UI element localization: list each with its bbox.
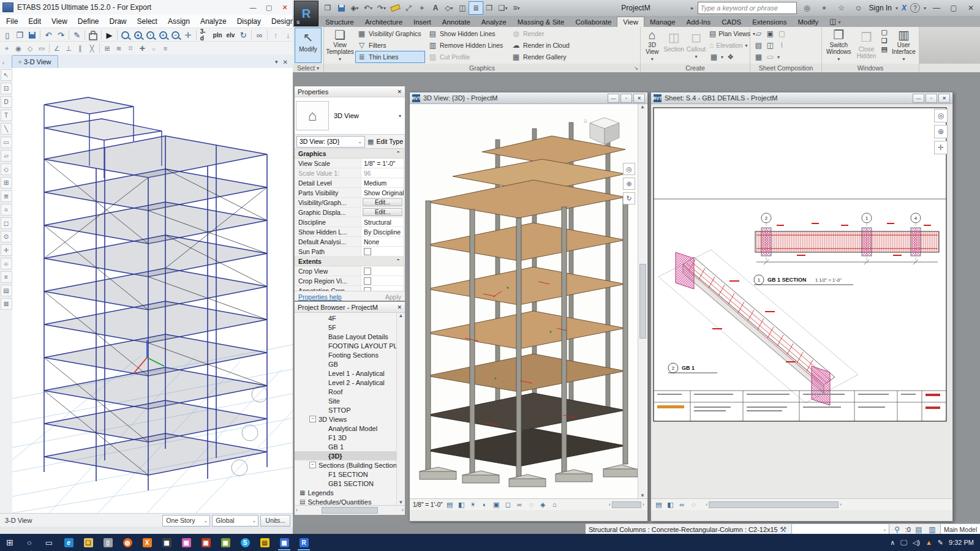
draw-dimension-icon[interactable]: ⌯ <box>1 258 12 269</box>
tile-views-icon[interactable]: ❏ <box>880 37 888 45</box>
cascade-icon[interactable]: ▤ <box>880 45 888 53</box>
create-panel-label[interactable]: Create <box>641 64 750 72</box>
browser-item[interactable]: F1 3D <box>295 433 396 442</box>
browser-node-sections[interactable]: −Sections (Building Section) <box>295 460 396 470</box>
tab-cads[interactable]: CADS <box>716 17 747 27</box>
qat-open-icon[interactable]: ❐ <box>321 2 334 14</box>
draw-ref-icon[interactable]: ≡ <box>1 271 12 283</box>
qat-sync-icon[interactable]: ◈▾ <box>348 2 361 14</box>
qat-undo-icon[interactable]: ↶▾ <box>361 2 375 14</box>
browser-item[interactable]: GB <box>295 359 396 369</box>
revisions-button[interactable]: ▤◫⌇ <box>753 40 788 51</box>
lock-model-icon[interactable] <box>87 29 99 41</box>
menu-design[interactable]: Design <box>271 17 294 26</box>
favorites-star-icon[interactable]: ☆ <box>835 2 848 14</box>
open-file-icon[interactable]: ❐ <box>13 29 25 41</box>
draw-floor-icon[interactable]: ⊞ <box>1 177 12 189</box>
zoom-out-icon[interactable]: − <box>170 29 181 41</box>
task-view-button[interactable]: ▭ <box>41 534 57 550</box>
taskbar-revit-icon[interactable]: R <box>296 534 312 550</box>
taskbar-app-green-icon[interactable]: ▣ <box>217 534 233 550</box>
remove-hidden-lines-button[interactable]: ▥Remove Hidden Lines <box>427 40 508 51</box>
view-selector-combo[interactable]: 3D View: {3D}⌄ <box>296 136 365 148</box>
render-gallery-button[interactable]: ▦Render Gallery <box>510 51 582 62</box>
browser-node-schedules[interactable]: ▤Schedules/Quantities <box>295 497 396 505</box>
tab-architecture[interactable]: Architecture <box>360 17 408 27</box>
temporary-hide-icon[interactable]: ∞ <box>515 500 524 509</box>
browser-item[interactable]: Roof <box>295 387 396 396</box>
crop-view-checkbox[interactable] <box>364 268 371 275</box>
snap-grid-icon[interactable]: ⌖ <box>1 43 12 54</box>
title-block-icon[interactable]: ▢ <box>777 29 786 38</box>
search-input[interactable] <box>698 2 797 14</box>
axes-toggle-icon[interactable]: ≋ <box>113 43 124 54</box>
snap-mid-icon[interactable]: ▭ <box>36 43 47 54</box>
zoom-all-icon[interactable]: ● <box>132 29 144 41</box>
menu-define[interactable]: Define <box>78 17 99 26</box>
crop-region-checkbox[interactable] <box>364 277 371 285</box>
tab-add-ins[interactable]: Add-Ins <box>681 17 717 27</box>
tab-extensions[interactable]: Extensions <box>747 17 792 27</box>
viewport-icon[interactable]: ▭ <box>766 53 775 61</box>
taskbar-file-explorer-icon[interactable]: ❏ <box>80 534 96 550</box>
browser-item[interactable]: GB 1 <box>295 442 396 451</box>
browser-item[interactable]: Analytical Model <box>295 424 396 433</box>
prop-value[interactable]: Structural <box>361 217 404 227</box>
3d-view-button[interactable]: ⌂ 3D View▾ <box>643 28 662 62</box>
editable-only-icon[interactable]: ⚲ <box>892 525 903 534</box>
section-cut-icon[interactable]: ⌔ <box>148 43 159 54</box>
zoom-window-icon[interactable] <box>119 29 131 41</box>
plan-view-icon[interactable]: pln <box>211 29 224 41</box>
properties-scrollbar[interactable]: ▲▼ <box>404 149 405 291</box>
edit-button[interactable]: Edit... <box>363 198 402 206</box>
draw-line-icon[interactable]: ╲ <box>1 123 12 135</box>
snap-perp-icon[interactable]: ⊥ <box>63 43 74 54</box>
draw-joint-icon[interactable]: D <box>1 96 12 108</box>
menu-view[interactable]: View <box>51 17 67 26</box>
steering-wheel-icon[interactable]: ◎ <box>934 109 948 122</box>
zoom-previous-icon[interactable]: ‹ <box>145 29 156 41</box>
taskbar-store-icon[interactable]: ▯ <box>100 534 116 550</box>
qat-aligned-dimension-icon[interactable]: ⤢ <box>402 2 415 14</box>
reshape-icon[interactable]: ⊡ <box>1 83 12 94</box>
type-selector-caret-icon[interactable]: ▾ <box>399 113 404 119</box>
view3d-close-button[interactable]: ✕ <box>633 94 645 103</box>
sheet-close-button[interactable]: ✕ <box>938 94 950 103</box>
thin-lines-button[interactable]: ≣Thin Lines <box>356 51 424 62</box>
undo-icon[interactable]: ↶ <box>42 29 54 41</box>
tab-modify[interactable]: Modify <box>792 17 824 27</box>
sheet-hscrollbar[interactable]: ‹› <box>706 501 949 508</box>
exchange-apps-icon[interactable]: X <box>902 4 907 12</box>
taskbar-etabs-icon[interactable]: ▦ <box>276 534 292 550</box>
collapse-icon[interactable]: − <box>309 416 316 422</box>
switch-windows-button[interactable]: ❐ Switch Windows▾ <box>824 28 853 62</box>
qat-save-icon[interactable] <box>334 2 348 14</box>
browser-scrollbar[interactable]: ▲▼ <box>396 313 405 505</box>
etabs-3d-viewport[interactable] <box>12 68 293 513</box>
view3d-hscrollbar[interactable]: ‹› <box>609 501 644 508</box>
place-view-icon[interactable]: ▣ <box>766 29 775 38</box>
draw-rect-area-icon[interactable]: ◻ <box>1 217 12 229</box>
taskbar-app-pink-icon[interactable]: ▣ <box>178 534 194 550</box>
prop-value[interactable]: None <box>361 237 404 246</box>
elevation-button[interactable]: ⌂Elevation▾ <box>708 40 747 51</box>
close-hidden-button[interactable]: ❒ Close Hidden <box>856 28 878 62</box>
annotation-crop-checkbox[interactable] <box>364 287 371 291</box>
signin-caret-icon[interactable]: ▾ <box>895 6 898 11</box>
coord-system-select[interactable]: Global⌄ <box>212 515 258 527</box>
show-crop-icon[interactable]: ◻ <box>503 500 513 509</box>
browser-item[interactable]: STTOP <box>295 405 396 414</box>
type-selector[interactable]: ⌂ 3D View ▾ <box>295 97 405 135</box>
tab-dropdown-icon[interactable]: ▾ <box>275 59 278 66</box>
zoom-tool-icon[interactable]: ⊕ <box>623 178 635 190</box>
viewcube[interactable] <box>590 118 619 144</box>
tray-display-icon[interactable]: 🖵 <box>900 539 907 547</box>
qat-switch-windows-icon[interactable]: ❏▾ <box>496 2 510 14</box>
taskbar-app-red-icon[interactable]: ▣ <box>198 534 214 550</box>
sheet-restore-button[interactable]: ▫ <box>925 94 937 103</box>
browser-item[interactable]: GB1 SECTION <box>295 479 396 488</box>
tray-hidden-icons-chevron[interactable]: ∧ <box>890 539 895 547</box>
guide-grid-icon[interactable]: ◫ <box>766 41 775 50</box>
revit-maximize-button[interactable]: ▢ <box>947 2 960 14</box>
snap-angle-icon[interactable]: ∠ <box>51 43 62 54</box>
